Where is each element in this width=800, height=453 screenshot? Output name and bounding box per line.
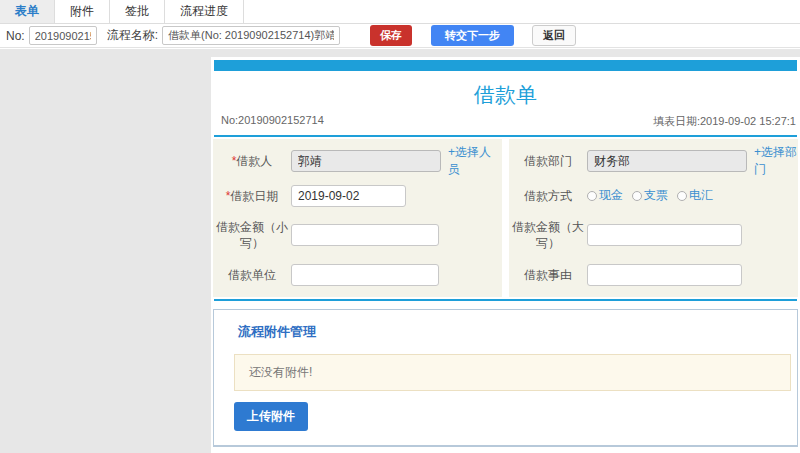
borrower-label: *借款人 — [213, 153, 291, 169]
loan-method-label: 借款方式 — [509, 188, 587, 204]
amount-small-label: 借款金额（小写） — [213, 219, 291, 251]
divider-bottom — [214, 299, 797, 301]
action-toolbar: No: 流程名称: 保存 转交下一步 返回 — [0, 24, 800, 48]
loan-date-input[interactable] — [291, 185, 406, 207]
no-label: No: — [6, 29, 25, 43]
amount-big-label: 借款金额（大写） — [509, 219, 587, 251]
radio-cheque[interactable]: 支票 — [632, 187, 668, 204]
department-label: 借款部门 — [509, 153, 587, 169]
panel-top-bar — [214, 60, 797, 71]
no-attachments-alert: 还没有附件! — [234, 354, 791, 391]
loan-unit-row: 借款单位 — [213, 258, 502, 291]
attachments-panel: 流程附件管理 还没有附件! 上传附件 — [213, 309, 798, 447]
save-button[interactable]: 保存 — [370, 25, 412, 46]
loan-unit-input[interactable] — [291, 264, 439, 286]
flow-name-input[interactable] — [162, 26, 340, 45]
attachments-heading: 流程附件管理 — [238, 323, 797, 341]
amount-big-input[interactable] — [587, 224, 742, 246]
department-row: 借款部门 +选择部门 — [509, 143, 798, 179]
loan-unit-label: 借款单位 — [213, 267, 291, 283]
radio-cash[interactable]: 现金 — [587, 187, 623, 204]
form-no-text: No:20190902152714 — [221, 114, 324, 129]
tab-approval[interactable]: 签批 — [110, 0, 165, 23]
loan-reason-input[interactable] — [587, 264, 742, 286]
loan-method-row: 借款方式 现金 支票 电汇 — [509, 179, 798, 212]
page-background: 借款单 No:20190902152714 填表日期:2019-09-02 15… — [0, 49, 800, 453]
amount-big-row: 借款金额（大写） — [509, 212, 798, 258]
radio-icon[interactable] — [677, 191, 687, 201]
flow-name-label: 流程名称: — [107, 27, 158, 44]
loan-reason-label: 借款事由 — [509, 267, 587, 283]
forward-next-step-button[interactable]: 转交下一步 — [431, 25, 514, 46]
form-right-column: 借款部门 +选择部门 借款方式 现金 支票 — [509, 139, 798, 297]
radio-wire[interactable]: 电汇 — [677, 187, 713, 204]
borrower-row: *借款人 +选择人员 — [213, 143, 502, 179]
amount-small-input[interactable] — [291, 224, 439, 246]
select-department-link[interactable]: +选择部门 — [754, 144, 798, 178]
borrower-input[interactable] — [291, 150, 441, 172]
amount-small-row: 借款金额（小写） — [213, 212, 502, 258]
loan-reason-row: 借款事由 — [509, 258, 798, 291]
back-button[interactable]: 返回 — [532, 25, 576, 46]
tab-form[interactable]: 表单 — [0, 0, 55, 23]
form-meta-row: No:20190902152714 填表日期:2019-09-02 15:27:… — [211, 114, 800, 135]
form-date-text: 填表日期:2019-09-02 15:27:1 — [653, 114, 796, 129]
tab-strip: 表单 附件 签批 流程进度 — [0, 0, 800, 24]
upload-attachment-button[interactable]: 上传附件 — [234, 402, 308, 431]
tab-attachments[interactable]: 附件 — [55, 0, 110, 23]
select-person-link[interactable]: +选择人员 — [448, 144, 502, 178]
loan-date-row: *借款日期 — [213, 179, 502, 212]
no-input[interactable] — [29, 26, 97, 45]
loan-form-panel: 借款单 No:20190902152714 填表日期:2019-09-02 15… — [211, 57, 800, 453]
department-input[interactable] — [587, 150, 747, 172]
form-left-column: *借款人 +选择人员 *借款日期 借款金额（小写） 借款单位 — [213, 139, 502, 297]
form-grid: *借款人 +选择人员 *借款日期 借款金额（小写） 借款单位 — [211, 137, 800, 299]
radio-icon[interactable] — [632, 191, 642, 201]
loan-method-options: 现金 支票 电汇 — [587, 187, 713, 204]
radio-icon[interactable] — [587, 191, 597, 201]
tab-flow-progress[interactable]: 流程进度 — [165, 0, 244, 23]
loan-date-label: *借款日期 — [213, 188, 291, 204]
page-title: 借款单 — [211, 71, 800, 114]
